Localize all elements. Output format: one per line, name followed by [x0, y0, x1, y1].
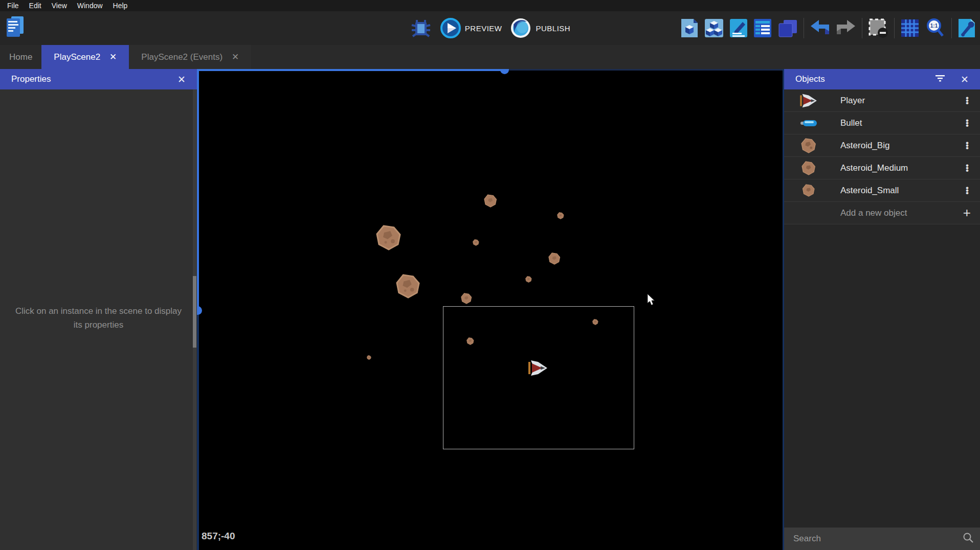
asteroid-instance[interactable]	[376, 225, 402, 253]
tab-home[interactable]: Home	[0, 45, 41, 69]
object-search-bar	[784, 528, 980, 550]
asteroid-instance[interactable]	[592, 318, 598, 327]
add-object-row[interactable]: Add a new object +	[784, 202, 980, 224]
tab-bar: Home PlayScene2 ✕ PlayScene2 (Events) ✕	[0, 45, 980, 69]
game-window-border-left	[197, 69, 199, 310]
properties-panel-header: Properties ✕	[0, 69, 197, 89]
preview-button[interactable]: PREVIEW	[440, 18, 502, 38]
object-label: Bullet	[820, 118, 962, 128]
tab-close-icon[interactable]: ✕	[109, 53, 117, 61]
close-icon[interactable]: ✕	[175, 74, 188, 85]
search-input[interactable]	[793, 534, 963, 544]
menu-item-file[interactable]: File	[2, 0, 24, 11]
game-window-border-top-dark	[506, 69, 784, 71]
plus-icon[interactable]: +	[963, 205, 971, 221]
menu-item-help[interactable]: Help	[108, 0, 133, 11]
game-window-border-left-dark	[197, 310, 199, 550]
tab-playscene2-label: PlayScene2	[54, 52, 100, 62]
objects-panel: Objects ✕ Player •••	[784, 69, 980, 550]
publish-globe-icon	[510, 17, 531, 39]
undo-icon[interactable]	[810, 19, 830, 37]
object-row-asteroid-small[interactable]: Asteroid_Small •••	[784, 179, 980, 202]
tab-playscene2-events-label: PlayScene2 (Events)	[141, 52, 222, 62]
deselect-all-icon[interactable]	[868, 18, 888, 38]
close-icon[interactable]: ✕	[959, 74, 971, 85]
asteroid-instance[interactable]	[548, 253, 561, 267]
preview-label: PREVIEW	[465, 24, 502, 33]
object-menu-icon[interactable]: •••	[962, 142, 973, 149]
objects-title: Objects	[795, 74, 825, 84]
object-row-asteroid-medium[interactable]: Asteroid_Medium •••	[784, 157, 980, 179]
object-menu-icon[interactable]: •••	[962, 164, 973, 172]
asteroid-instance[interactable]	[557, 212, 564, 221]
player-ship-icon	[797, 93, 820, 108]
menu-item-edit[interactable]: Edit	[24, 0, 47, 11]
object-menu-icon[interactable]: •••	[962, 119, 973, 127]
object-label: Asteroid_Medium	[820, 163, 962, 173]
asteroid-instance[interactable]	[525, 276, 532, 285]
asteroid-instance[interactable]	[367, 353, 371, 362]
scene-canvas[interactable]: 857;-40	[197, 69, 784, 550]
zoom-1-1-icon[interactable]: 1:1	[925, 18, 946, 38]
asteroid-icon	[797, 138, 820, 153]
properties-title: Properties	[11, 74, 51, 84]
object-row-bullet[interactable]: Bullet •••	[784, 112, 980, 134]
publish-button[interactable]: PUBLISH	[510, 17, 570, 39]
search-icon	[963, 532, 974, 545]
objects-cubes-icon[interactable]	[704, 18, 724, 38]
scrollbar-thumb[interactable]	[193, 276, 196, 348]
toolbar-separator	[894, 18, 895, 38]
filter-icon[interactable]	[935, 74, 945, 84]
tab-home-label: Home	[9, 52, 32, 62]
add-object-label: Add a new object	[797, 208, 963, 218]
game-window-border-top	[197, 69, 506, 71]
object-label: Asteroid_Small	[820, 186, 962, 196]
layers-icon[interactable]	[777, 18, 798, 38]
menu-item-window[interactable]: Window	[72, 0, 108, 11]
menu-item-view[interactable]: View	[47, 0, 72, 11]
export-file-icon[interactable]	[680, 18, 699, 38]
object-label: Asteroid_Big	[820, 141, 962, 151]
object-menu-icon[interactable]: •••	[962, 187, 973, 194]
grid-icon[interactable]	[900, 18, 920, 38]
toolbar-separator	[951, 18, 952, 38]
asteroid-icon	[797, 161, 820, 175]
border-handle-top[interactable]	[500, 69, 509, 74]
redo-icon[interactable]	[836, 19, 856, 37]
object-row-player[interactable]: Player •••	[784, 89, 980, 112]
svg-text:1:1: 1:1	[930, 23, 938, 29]
object-row-asteroid-big[interactable]: Asteroid_Big •••	[784, 134, 980, 157]
object-label: Player	[820, 96, 962, 106]
properties-empty-hint: Click on an instance in the scene to dis…	[0, 304, 197, 332]
tab-playscene2[interactable]: PlayScene2 ✕	[41, 45, 129, 69]
debug-icon[interactable]	[410, 17, 432, 39]
asteroid-icon	[797, 184, 820, 197]
player-instance[interactable]	[528, 359, 548, 379]
properties-panel: Properties ✕ Click on an instance in the…	[0, 69, 197, 550]
toolbar: PREVIEW PUBLISH	[0, 11, 980, 45]
edit-scene-icon[interactable]	[729, 18, 748, 38]
asteroid-instance[interactable]	[396, 274, 420, 301]
scene-properties-icon[interactable]	[753, 18, 772, 38]
cursor-coordinates: 857;-40	[202, 531, 235, 542]
bullet-icon	[797, 120, 820, 127]
objects-panel-header: Objects ✕	[784, 69, 980, 89]
object-menu-icon[interactable]: •••	[962, 97, 973, 104]
preview-play-icon	[440, 18, 461, 38]
toolbar-separator	[804, 18, 804, 38]
publish-label: PUBLISH	[536, 24, 570, 33]
setup-grid-icon[interactable]	[957, 18, 976, 38]
toolbar-separator	[862, 18, 862, 38]
asteroid-instance[interactable]	[461, 293, 472, 306]
asteroid-instance[interactable]	[466, 337, 474, 347]
menu-bar: File Edit View Window Help	[0, 0, 980, 11]
tab-close-icon[interactable]: ✕	[232, 53, 239, 61]
asteroid-instance[interactable]	[473, 239, 479, 248]
asteroid-instance[interactable]	[484, 194, 497, 210]
border-handle-left[interactable]	[197, 306, 202, 315]
mouse-cursor-icon	[647, 294, 656, 308]
tab-playscene2-events[interactable]: PlayScene2 (Events) ✕	[129, 45, 251, 69]
